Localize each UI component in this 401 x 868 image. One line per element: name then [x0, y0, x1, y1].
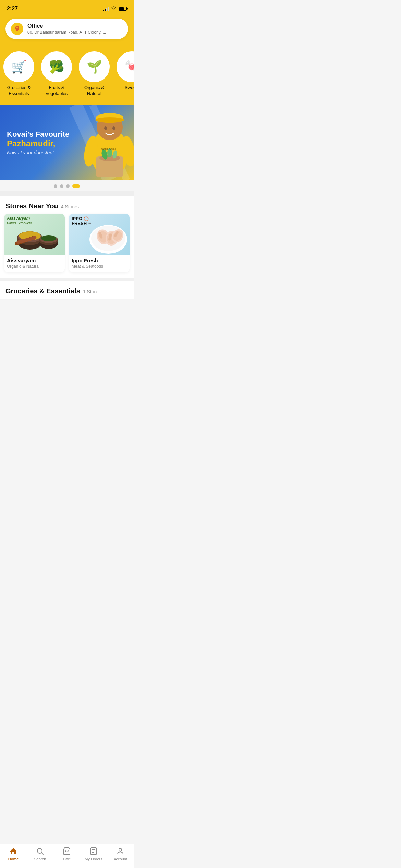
categories-scroll: 🛒 Groceries &Essentials 🥦 Fruits &Vegeta… [0, 46, 134, 105]
location-bar[interactable]: Office 00, Dr Balasundaram Road, ATT Col… [5, 19, 128, 39]
store-name-ippo: Ippo Fresh [72, 257, 127, 263]
stores-section: Stores Near You 4 Stores Aissvaryam Natu… [0, 196, 134, 278]
groceries-title: Groceries & Essentials [5, 287, 80, 295]
svg-text:SOULOCAL: SOULOCAL [101, 148, 117, 151]
store-info-aissvaryam: Aissvaryam Organic & Natural [4, 255, 65, 272]
store-card-aissvaryam[interactable]: Aissvaryam Natural Products [4, 214, 65, 272]
location-pin-icon [11, 23, 23, 35]
header: Office 00, Dr Balasundaram Road, ATT Col… [0, 15, 134, 46]
banner-section: Kovai's Favourite Pazhamudir, Now at you… [0, 105, 134, 196]
status-bar: 2:27 [0, 0, 134, 15]
section-divider [0, 278, 134, 281]
stores-title-row: Stores Near You 4 Stores [0, 196, 134, 214]
groceries-title-row: Groceries & Essentials 1 Store [0, 281, 134, 299]
store-card-ippo[interactable]: IPPO ◯ FRESH ™ [69, 214, 130, 272]
wifi-icon [111, 6, 117, 11]
status-time: 2:27 [7, 5, 18, 12]
status-icons [103, 6, 127, 11]
category-organic-icon: 🌱 [79, 51, 110, 82]
groceries-count: 1 Store [83, 289, 98, 294]
signal-icon [103, 6, 109, 11]
svg-point-24 [41, 235, 56, 241]
svg-point-6 [95, 117, 124, 123]
carousel-dot-2[interactable] [60, 184, 63, 188]
battery-icon [119, 7, 127, 11]
category-groceries-icon: 🛒 [3, 51, 34, 82]
banner-highlight: Pazhamudir, [7, 139, 70, 148]
svg-point-8 [112, 126, 115, 130]
banner-card[interactable]: Kovai's Favourite Pazhamudir, Now at you… [0, 105, 134, 180]
store-image-aissvaryam: Aissvaryam Natural Products [4, 214, 65, 255]
store-name-aissvaryam: Aissvaryam [7, 257, 62, 263]
stores-grid: Aissvaryam Natural Products [0, 214, 134, 278]
category-sweets-label: Sweets [125, 85, 134, 91]
svg-point-7 [104, 126, 107, 130]
category-fruits-label: Fruits &Vegetables [46, 85, 68, 97]
category-groceries-label: Groceries &Essentials [7, 85, 31, 97]
carousel-dot-3[interactable] [66, 184, 70, 188]
banner-text: Kovai's Favourite Pazhamudir, Now at you… [7, 130, 70, 155]
stores-count: 4 Stores [61, 204, 79, 209]
store-info-ippo: Ippo Fresh Meat & Seafoods [69, 255, 130, 272]
carousel-dot-1[interactable] [54, 184, 57, 188]
store-category-ippo: Meat & Seafoods [72, 264, 127, 269]
category-sweets-icon: 🍬 [117, 51, 134, 82]
category-sweets[interactable]: 🍬 Sweets [113, 51, 134, 97]
banner-person-image: SOULOCAL [65, 105, 134, 180]
carousel-dot-4[interactable] [72, 184, 80, 188]
store-category-aissvaryam: Organic & Natural [7, 264, 62, 269]
category-fruits[interactable]: 🥦 Fruits &Vegetables [38, 51, 75, 97]
category-organic-label: Organic &Natural [84, 85, 104, 97]
store-image-ippo: IPPO ◯ FRESH ™ [69, 214, 130, 255]
carousel-dots [0, 180, 134, 191]
category-fruits-icon: 🥦 [41, 51, 72, 82]
stores-title: Stores Near You [5, 202, 58, 210]
banner-title: Kovai's Favourite [7, 130, 70, 139]
groceries-section: Groceries & Essentials 1 Store [0, 281, 134, 299]
location-text: Office 00, Dr Balasundaram Road, ATT Col… [27, 23, 123, 35]
location-name: Office [27, 23, 123, 29]
category-groceries[interactable]: 🛒 Groceries &Essentials [0, 51, 38, 97]
category-organic[interactable]: 🌱 Organic &Natural [75, 51, 113, 97]
location-address: 00, Dr Balasundaram Road, ATT Colony, ..… [27, 30, 117, 35]
banner-subtitle: Now at your doorstep! [7, 150, 70, 155]
